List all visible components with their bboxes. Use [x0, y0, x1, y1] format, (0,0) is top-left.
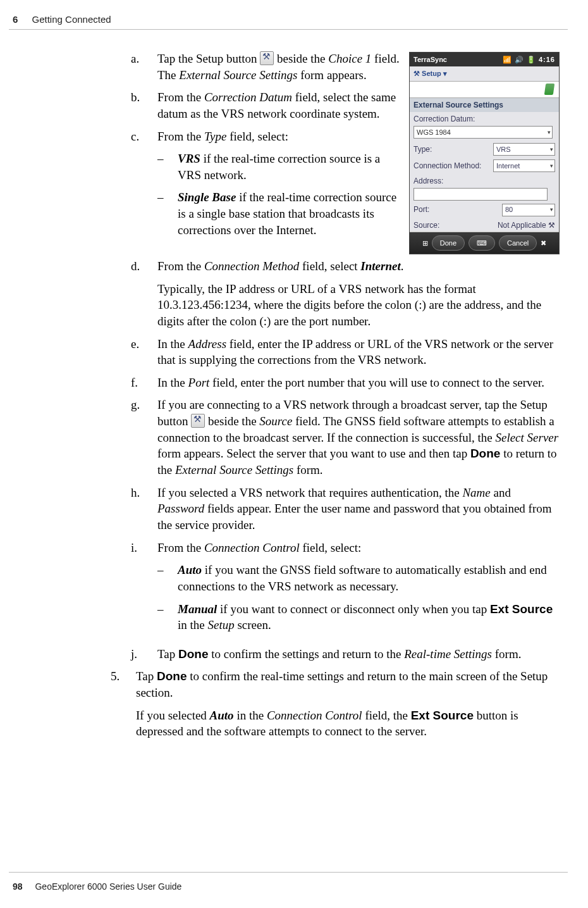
book-title: GeoExplorer 6000 Series User Guide [35, 881, 181, 892]
ss-setup-icon: ⚒ [413, 70, 420, 77]
ss-source-setup-button[interactable]: ⚒ [548, 221, 555, 230]
ss-body: External Source Settings Correction Datu… [410, 98, 559, 231]
ss-row-conn: Connection Method: Internet [410, 158, 559, 174]
embedded-screenshot: TerraSync 📶 🔊 🔋 4:16 ⚒ Setup ▾ External … [409, 52, 560, 254]
ss-datum-dropdown[interactable]: WGS 1984 [413, 126, 553, 139]
ss-keyboard-button[interactable]: ⌨ [469, 235, 495, 251]
chapter-number: 6 [13, 14, 18, 25]
step-i-opt2: – Manual if you want to connect or disco… [157, 601, 560, 633]
ss-windows-icon[interactable]: ⊞ [422, 239, 428, 248]
step-5: 5. Tap Done to confirm the real-time set… [111, 668, 560, 740]
step-c: c. From the Type field, select: – VRS if… [131, 128, 403, 245]
page-header: 6 Getting Connected [13, 14, 111, 25]
ss-type-dropdown[interactable]: VRS [493, 143, 555, 156]
ss-port-input[interactable]: 80 [502, 204, 555, 216]
step-c-opt2: – Single Base if the real-time correctio… [157, 189, 403, 238]
ss-section-button[interactable]: Setup [422, 70, 441, 77]
ss-toolbar: ⚒ Setup ▾ [410, 66, 559, 82]
step-i: i. From the Connection Control field, se… [131, 540, 560, 640]
step-c-options: – VRS if the real-time correction source… [157, 151, 403, 238]
ss-cancel-button[interactable]: Cancel [499, 235, 537, 251]
ss-close-icon[interactable]: ✖ [541, 239, 546, 248]
chapter-title: Getting Connected [32, 14, 111, 25]
setup-button-icon [191, 414, 205, 428]
step-e: e. In the Address field, enter the IP ad… [131, 336, 560, 368]
header-rule [9, 29, 568, 30]
ss-status-icons: 📶 🔊 🔋 4:16 [503, 55, 555, 65]
ss-row-source: Source: Not Applicable ⚒ [410, 218, 559, 231]
ss-titlebar: TerraSync 📶 🔊 🔋 4:16 [410, 53, 559, 66]
ss-row-port: Port: 80 [410, 202, 559, 218]
ss-dropdown-icon[interactable]: ▾ [443, 70, 447, 77]
step-i-options: – Auto if you want the GNSS field softwa… [157, 562, 560, 633]
step-d: d. From the Connection Method field, sel… [131, 258, 560, 330]
step-h: h. If you selected a VRS network that re… [131, 485, 560, 533]
step-b: b. From the Correction Datum field, sele… [131, 89, 403, 121]
step-j: j. Tap Done to confirm the settings and … [131, 646, 560, 662]
step-i-opt1: – Auto if you want the GNSS field softwa… [157, 562, 560, 594]
ss-app-title: TerraSync [413, 56, 447, 63]
step-c-opt1: – VRS if the real-time correction source… [157, 151, 403, 183]
ss-bottom-bar: ⊞ Done ⌨ Cancel ✖ [410, 232, 559, 254]
ss-source-value: Not Applicable ⚒ [498, 220, 555, 230]
ss-panel-title: External Source Settings [410, 98, 559, 112]
step-f: f. In the Port field, enter the port num… [131, 375, 560, 391]
footer-rule [9, 872, 568, 873]
satellite-icon [544, 84, 555, 95]
ss-address-input[interactable] [413, 188, 548, 201]
page-footer: 98 GeoExplorer 6000 Series User Guide [13, 881, 181, 892]
step-a: a. Tap the Setup button beside the Choic… [131, 51, 403, 83]
setup-button-icon [260, 51, 274, 65]
page-content: TerraSync 📶 🔊 🔋 4:16 ⚒ Setup ▾ External … [111, 51, 560, 746]
ss-done-button[interactable]: Done [432, 235, 465, 251]
ss-row-datum-label: Correction Datum: [410, 112, 559, 126]
ss-satellite-bar [410, 82, 559, 98]
ss-row-addr-label: Address: [410, 174, 559, 186]
main-steps: 5. Tap Done to confirm the real-time set… [111, 668, 560, 740]
ss-row-type: Type: VRS [410, 141, 559, 158]
page-number: 98 [13, 881, 23, 892]
step-g: g. If you are connecting to a VRS networ… [131, 397, 560, 478]
ss-clock: 4:16 [539, 56, 555, 63]
ss-conn-dropdown[interactable]: Internet [493, 159, 555, 172]
